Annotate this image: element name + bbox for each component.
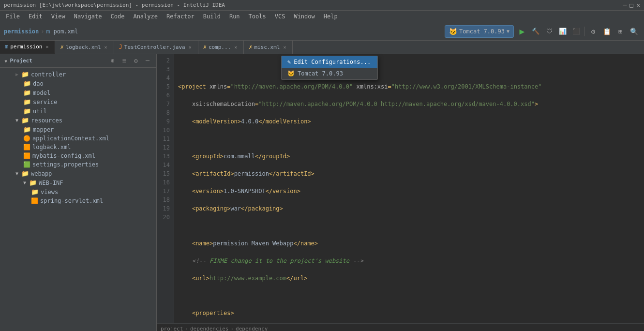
menu-item-tools[interactable]: Tools [245, 12, 270, 21]
tab-misc-xml[interactable]: ✗ misc.xml ✕ [244, 41, 293, 54]
menu-item-refactor[interactable]: Refactor [163, 12, 198, 21]
tree-item-webinf[interactable]: ▼ 📁 WEB-INF [0, 178, 156, 187]
editor-area: 2 3 4 5 6 7 8 9 10 11 12 13 14 15 16 17 … [157, 54, 644, 331]
tab-logback-xml[interactable]: ✗ logback.xml ✕ [55, 41, 114, 54]
tree-arrow-webapp: ▼ [15, 171, 21, 176]
build-button[interactable]: 🔨 [529, 25, 542, 38]
toolbar: permission › m pom.xml 🐱 Tomcat 7.0.93 ▼… [0, 22, 644, 41]
menu-item-view[interactable]: View [47, 12, 69, 21]
tree-item-mapper[interactable]: 📁 mapper [0, 125, 156, 134]
tab-close-button[interactable]: ✕ [233, 44, 239, 50]
code-line-4: xsi:schemaLocation="http://maven.apache.… [178, 100, 640, 108]
menu-item-file[interactable]: File [2, 12, 24, 21]
minimize-panel-icon[interactable]: ─ [143, 56, 152, 66]
toolbar-extra-2[interactable]: 📋 [600, 25, 613, 38]
tree-item-service[interactable]: 📁 service [0, 97, 156, 106]
code-line-15 [178, 291, 640, 300]
menu-item-window[interactable]: Window [290, 12, 318, 21]
code-line-13: <!-- FIXME change it to the project's we… [178, 256, 640, 265]
tree-label-controller: controller [31, 71, 66, 78]
code-line-3: <project xmlns="http://maven.apache.org/… [178, 82, 640, 91]
code-content[interactable]: 2 3 4 5 6 7 8 9 10 11 12 13 14 15 16 17 … [157, 54, 644, 323]
toolbar-extra-3[interactable]: ⊞ [614, 25, 627, 38]
tree-label-dao: dao [33, 80, 44, 87]
tree-item-dao[interactable]: 📁 dao [0, 79, 156, 88]
line-num-6: 6 [161, 91, 170, 100]
tab-bar: m permission ✕✗ logback.xml ✕J TestContr… [0, 41, 644, 54]
folder-icon-views: 📁 [31, 188, 39, 196]
code-lines[interactable]: <project xmlns="http://maven.apache.org/… [174, 54, 644, 323]
line-num-13: 13 [161, 152, 170, 161]
tomcat-config-item[interactable]: 🐱 Tomcat 7.0.93 [282, 68, 377, 79]
breadcrumb-item-project[interactable]: project [161, 326, 183, 331]
tree-label-webinf: WEB-INF [39, 180, 63, 186]
maximize-button[interactable]: □ [629, 1, 633, 9]
tab-comp---[interactable]: ✗ comp... ✕ [198, 41, 244, 54]
toolbar-extra-4[interactable]: 🔍 [628, 25, 640, 38]
menu-item-run[interactable]: Run [225, 12, 244, 21]
folder-icon-service: 📁 [23, 98, 31, 105]
tree-item-resources[interactable]: ▼ 📁 resources [0, 116, 156, 125]
edit-configurations-item[interactable]: ✎ Edit Configurations... [282, 56, 377, 68]
menu-item-navigate[interactable]: Navigate [70, 12, 106, 21]
tree-item-logback[interactable]: 🟧 logback.xml [0, 143, 156, 151]
run-config-dropdown[interactable]: 🐱 Tomcat 7.0.93 ▼ ✎ Edit Configurations.… [445, 25, 514, 38]
menu-item-code[interactable]: Code [107, 12, 129, 21]
breadcrumb-item-dependency[interactable]: dependency [236, 326, 268, 331]
line-num-2: 2 [161, 56, 170, 65]
menu-item-edit[interactable]: Edit [25, 12, 46, 21]
collapse-all-icon[interactable]: ≡ [120, 56, 129, 66]
tab-icon: ✗ [203, 44, 207, 50]
line-numbers: 2 3 4 5 6 7 8 9 10 11 12 13 14 15 16 17 … [157, 54, 174, 323]
close-button[interactable]: ✕ [636, 1, 640, 9]
tree-item-views[interactable]: 📁 views [0, 187, 156, 196]
code-line-10: <packaging>war</packaging> [178, 204, 640, 213]
tree-item-controller[interactable]: ▶ 📁 controller [0, 70, 156, 79]
coverage-button[interactable]: 🛡 [543, 25, 555, 38]
tree-item-settings[interactable]: 🟩 settings.properties [0, 160, 156, 169]
tab-close-button[interactable]: ✕ [282, 44, 287, 50]
menu-item-vcs[interactable]: VCS [271, 12, 289, 21]
locate-file-icon[interactable]: ⊕ [108, 56, 118, 66]
tab-close-button[interactable]: ✕ [187, 44, 193, 50]
title-bar: permission [E:\jwt\workspace\permission]… [0, 0, 644, 11]
breadcrumb-separator: › [41, 28, 44, 35]
tab-permission[interactable]: m permission ✕ [0, 41, 55, 54]
minimize-button[interactable]: ─ [623, 1, 627, 9]
profiler-button[interactable]: 📊 [556, 25, 569, 38]
tree-item-mybatis[interactable]: 🟧 mybatis-config.xml [0, 151, 156, 160]
run-button[interactable]: ▶ [516, 25, 528, 38]
menu-item-analyze[interactable]: Analyze [129, 12, 162, 21]
tree-arrow-controller: ▶ [15, 72, 21, 77]
breadcrumb-project: permission [4, 28, 39, 35]
window-controls[interactable]: ─ □ ✕ [623, 1, 640, 9]
breadcrumb-file: m pom.xml [46, 28, 78, 35]
run-config-label: Tomcat 7.0.93 [459, 28, 505, 35]
tree-item-spring-servlet[interactable]: 🟧 spring-servlet.xml [0, 196, 156, 205]
run-controls: ▶ 🔨 🛡 📊 ⬛ ⚙ 📋 ⊞ 🔍 [516, 25, 640, 38]
tree-item-appcontext[interactable]: 🟠 applicationContext.xml [0, 134, 156, 143]
tree-item-model[interactable]: 📁 model [0, 88, 156, 97]
line-num-3: 3 [161, 65, 170, 74]
line-num-15: 15 [161, 169, 170, 178]
settings-icon[interactable]: ⚙ [131, 56, 141, 66]
folder-icon-dao: 📁 [23, 80, 31, 87]
menu-item-help[interactable]: Help [320, 12, 342, 21]
tab-close-button[interactable]: ✕ [44, 44, 50, 49]
project-collapse-icon[interactable]: ▾ [4, 57, 8, 65]
stop-button[interactable]: ⬛ [570, 25, 583, 38]
tab-testcontroller-java[interactable]: J TestController.java ✕ [114, 41, 198, 54]
tab-close-button[interactable]: ✕ [103, 44, 109, 50]
breadcrumb-item-dependencies[interactable]: dependencies [190, 326, 228, 331]
tree-label-logback: logback.xml [32, 144, 71, 150]
tree-item-util[interactable]: 📁 util [0, 106, 156, 116]
folder-icon-util: 📁 [23, 107, 31, 115]
tomcat-small-icon: 🐱 [287, 70, 295, 77]
menu-bar: FileEditViewNavigateCodeAnalyzeRefactorB… [0, 11, 644, 22]
tab-label: comp... [209, 44, 231, 50]
tab-label: misc.xml [254, 44, 280, 50]
line-num-19: 19 [161, 204, 170, 213]
tree-item-webapp[interactable]: ▼ 📁 webapp [0, 169, 156, 178]
menu-item-build[interactable]: Build [199, 12, 225, 21]
toolbar-extra-1[interactable]: ⚙ [587, 25, 599, 38]
